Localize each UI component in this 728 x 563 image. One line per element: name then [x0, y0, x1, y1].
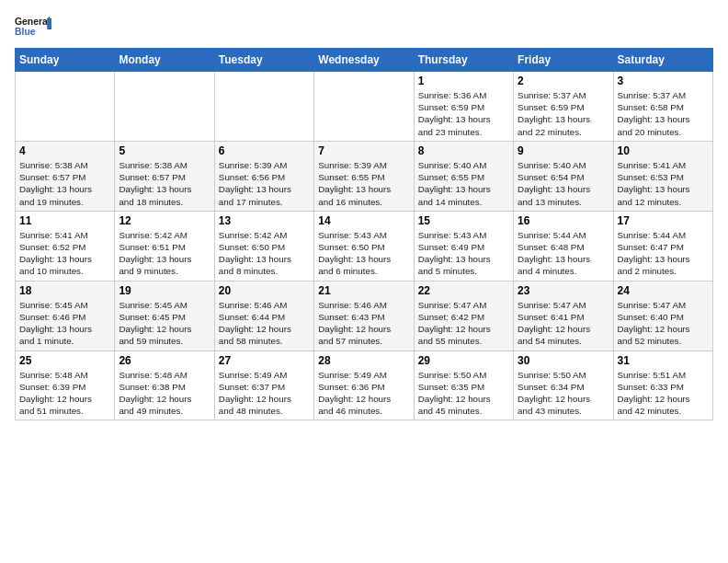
day-info: Sunrise: 5:39 AM Sunset: 6:55 PM Dayligh…: [318, 159, 409, 208]
day-info: Sunrise: 5:38 AM Sunset: 6:57 PM Dayligh…: [119, 159, 210, 208]
day-cell: 10Sunrise: 5:41 AM Sunset: 6:53 PM Dayli…: [613, 141, 712, 211]
day-number: 20: [219, 284, 310, 297]
day-cell: 8Sunrise: 5:40 AM Sunset: 6:55 PM Daylig…: [414, 141, 513, 211]
col-header-wednesday: Wednesday: [314, 49, 414, 72]
day-cell: 26Sunrise: 5:48 AM Sunset: 6:38 PM Dayli…: [115, 350, 214, 420]
day-cell: 2Sunrise: 5:37 AM Sunset: 6:59 PM Daylig…: [514, 72, 613, 142]
day-cell: 28Sunrise: 5:49 AM Sunset: 6:36 PM Dayli…: [314, 350, 414, 420]
day-cell: 12Sunrise: 5:42 AM Sunset: 6:51 PM Dayli…: [115, 211, 214, 281]
day-info: Sunrise: 5:37 AM Sunset: 6:59 PM Dayligh…: [518, 89, 609, 138]
day-info: Sunrise: 5:41 AM Sunset: 6:53 PM Dayligh…: [618, 159, 709, 208]
day-cell: 11Sunrise: 5:41 AM Sunset: 6:52 PM Dayli…: [16, 211, 115, 281]
day-info: Sunrise: 5:47 AM Sunset: 6:41 PM Dayligh…: [518, 299, 609, 348]
day-number: 27: [219, 354, 310, 367]
day-cell: 1Sunrise: 5:36 AM Sunset: 6:59 PM Daylig…: [414, 72, 513, 142]
day-number: 6: [219, 144, 310, 157]
day-cell: 15Sunrise: 5:43 AM Sunset: 6:49 PM Dayli…: [414, 211, 513, 281]
day-number: 18: [19, 284, 110, 297]
day-number: 11: [19, 214, 110, 227]
day-info: Sunrise: 5:50 AM Sunset: 6:35 PM Dayligh…: [418, 369, 509, 418]
day-cell: 22Sunrise: 5:47 AM Sunset: 6:42 PM Dayli…: [414, 281, 513, 350]
day-number: 7: [318, 144, 409, 157]
day-info: Sunrise: 5:49 AM Sunset: 6:37 PM Dayligh…: [219, 369, 310, 418]
day-cell: 21Sunrise: 5:46 AM Sunset: 6:43 PM Dayli…: [314, 281, 414, 350]
svg-text:Blue: Blue: [15, 27, 36, 37]
day-cell: 23Sunrise: 5:47 AM Sunset: 6:41 PM Dayli…: [514, 281, 613, 350]
day-number: 31: [618, 354, 709, 367]
day-cell: 3Sunrise: 5:37 AM Sunset: 6:58 PM Daylig…: [613, 72, 712, 142]
day-info: Sunrise: 5:48 AM Sunset: 6:38 PM Dayligh…: [119, 369, 210, 418]
week-row-4: 18Sunrise: 5:45 AM Sunset: 6:46 PM Dayli…: [16, 281, 713, 350]
day-info: Sunrise: 5:38 AM Sunset: 6:57 PM Dayligh…: [19, 159, 110, 208]
day-info: Sunrise: 5:43 AM Sunset: 6:49 PM Dayligh…: [418, 229, 509, 278]
day-info: Sunrise: 5:40 AM Sunset: 6:55 PM Dayligh…: [418, 159, 509, 208]
day-number: 21: [318, 284, 409, 297]
day-info: Sunrise: 5:44 AM Sunset: 6:47 PM Dayligh…: [618, 229, 709, 278]
day-cell: 19Sunrise: 5:45 AM Sunset: 6:45 PM Dayli…: [115, 281, 214, 350]
day-number: 4: [19, 144, 110, 157]
col-header-tuesday: Tuesday: [214, 49, 313, 72]
day-number: 13: [219, 214, 310, 227]
day-cell: 5Sunrise: 5:38 AM Sunset: 6:57 PM Daylig…: [115, 141, 214, 211]
day-cell: 24Sunrise: 5:47 AM Sunset: 6:40 PM Dayli…: [613, 281, 712, 350]
day-cell: 4Sunrise: 5:38 AM Sunset: 6:57 PM Daylig…: [16, 141, 115, 211]
day-info: Sunrise: 5:39 AM Sunset: 6:56 PM Dayligh…: [219, 159, 310, 208]
day-cell: 29Sunrise: 5:50 AM Sunset: 6:35 PM Dayli…: [414, 350, 513, 420]
day-info: Sunrise: 5:41 AM Sunset: 6:52 PM Dayligh…: [19, 229, 110, 278]
day-number: 30: [518, 354, 609, 367]
col-header-friday: Friday: [514, 49, 613, 72]
day-info: Sunrise: 5:49 AM Sunset: 6:36 PM Dayligh…: [318, 369, 409, 418]
day-cell: 13Sunrise: 5:42 AM Sunset: 6:50 PM Dayli…: [214, 211, 313, 281]
day-cell: 27Sunrise: 5:49 AM Sunset: 6:37 PM Dayli…: [214, 350, 313, 420]
day-number: 3: [618, 75, 709, 87]
day-info: Sunrise: 5:44 AM Sunset: 6:48 PM Dayligh…: [518, 229, 609, 278]
day-cell: 6Sunrise: 5:39 AM Sunset: 6:56 PM Daylig…: [214, 141, 313, 211]
day-cell: 7Sunrise: 5:39 AM Sunset: 6:55 PM Daylig…: [314, 141, 414, 211]
day-cell: [214, 72, 313, 142]
logo: General Blue: [15, 15, 51, 40]
day-info: Sunrise: 5:50 AM Sunset: 6:34 PM Dayligh…: [518, 369, 609, 418]
day-info: Sunrise: 5:43 AM Sunset: 6:50 PM Dayligh…: [318, 229, 409, 278]
day-number: 25: [19, 354, 110, 367]
day-number: 1: [418, 75, 509, 87]
day-cell: 20Sunrise: 5:46 AM Sunset: 6:44 PM Dayli…: [214, 281, 313, 350]
col-header-sunday: Sunday: [16, 49, 115, 72]
day-info: Sunrise: 5:47 AM Sunset: 6:40 PM Dayligh…: [618, 299, 709, 348]
logo-svg: General Blue: [15, 15, 51, 40]
week-row-5: 25Sunrise: 5:48 AM Sunset: 6:39 PM Dayli…: [16, 350, 713, 420]
day-number: 9: [518, 144, 609, 157]
day-cell: 25Sunrise: 5:48 AM Sunset: 6:39 PM Dayli…: [16, 350, 115, 420]
day-info: Sunrise: 5:42 AM Sunset: 6:51 PM Dayligh…: [119, 229, 210, 278]
day-number: 19: [119, 284, 210, 297]
day-cell: 31Sunrise: 5:51 AM Sunset: 6:33 PM Dayli…: [613, 350, 712, 420]
day-number: 15: [418, 214, 509, 227]
day-number: 17: [618, 214, 709, 227]
day-info: Sunrise: 5:36 AM Sunset: 6:59 PM Dayligh…: [418, 89, 509, 138]
day-number: 2: [518, 75, 609, 87]
day-info: Sunrise: 5:45 AM Sunset: 6:45 PM Dayligh…: [119, 299, 210, 348]
day-number: 29: [418, 354, 509, 367]
day-info: Sunrise: 5:37 AM Sunset: 6:58 PM Dayligh…: [618, 89, 709, 138]
day-cell: 30Sunrise: 5:50 AM Sunset: 6:34 PM Dayli…: [514, 350, 613, 420]
day-info: Sunrise: 5:45 AM Sunset: 6:46 PM Dayligh…: [19, 299, 110, 348]
day-number: 23: [518, 284, 609, 297]
day-number: 26: [119, 354, 210, 367]
day-cell: 16Sunrise: 5:44 AM Sunset: 6:48 PM Dayli…: [514, 211, 613, 281]
day-cell: 14Sunrise: 5:43 AM Sunset: 6:50 PM Dayli…: [314, 211, 414, 281]
day-info: Sunrise: 5:46 AM Sunset: 6:43 PM Dayligh…: [318, 299, 409, 348]
day-number: 16: [518, 214, 609, 227]
day-number: 28: [318, 354, 409, 367]
day-cell: 17Sunrise: 5:44 AM Sunset: 6:47 PM Dayli…: [613, 211, 712, 281]
page-header: General Blue: [15, 15, 713, 40]
day-number: 22: [418, 284, 509, 297]
week-row-2: 4Sunrise: 5:38 AM Sunset: 6:57 PM Daylig…: [16, 141, 713, 211]
day-number: 12: [119, 214, 210, 227]
day-cell: [115, 72, 214, 142]
week-row-3: 11Sunrise: 5:41 AM Sunset: 6:52 PM Dayli…: [16, 211, 713, 281]
day-number: 8: [418, 144, 509, 157]
day-cell: 9Sunrise: 5:40 AM Sunset: 6:54 PM Daylig…: [514, 141, 613, 211]
day-info: Sunrise: 5:51 AM Sunset: 6:33 PM Dayligh…: [618, 369, 709, 418]
day-cell: [314, 72, 414, 142]
day-number: 10: [618, 144, 709, 157]
calendar-header-row: SundayMondayTuesdayWednesdayThursdayFrid…: [16, 49, 713, 72]
